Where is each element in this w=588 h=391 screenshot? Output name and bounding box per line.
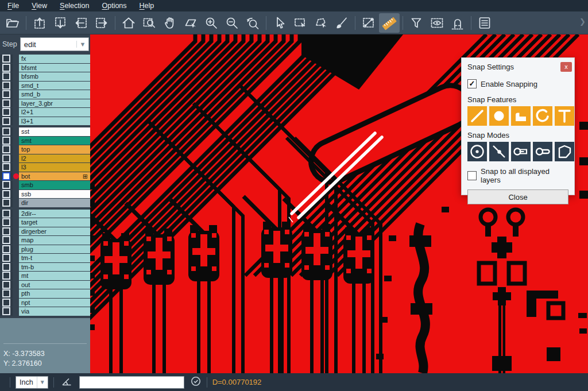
report-form-icon[interactable] — [474, 13, 495, 33]
layer-visibility-checkbox[interactable] — [2, 163, 10, 171]
pcb-canvas[interactable]: Snap Settings x ✓ Enable Snapping Snap F… — [90, 34, 588, 373]
layer-row-smd_t[interactable]: smd_t — [0, 82, 90, 90]
layer-row-ssb[interactable]: ssb — [0, 190, 90, 199]
layer-row-smb[interactable]: smb — [0, 181, 90, 189]
sync-check-icon[interactable] — [190, 375, 202, 389]
layer-row-bfsmt[interactable]: bfsmt — [0, 64, 90, 72]
layer-row-l2[interactable]: l2 — [0, 154, 90, 163]
layer-row-via[interactable]: via — [0, 307, 90, 316]
zoom-previous-icon[interactable] — [242, 13, 263, 33]
layer-row-sst[interactable]: sst — [0, 127, 90, 136]
layer-visibility-checkbox[interactable] — [2, 289, 10, 297]
layer-row-2dir--[interactable]: 2dir-- — [0, 210, 90, 218]
select-arrow-icon[interactable] — [269, 13, 290, 33]
layer-row-npt[interactable]: npt — [0, 299, 90, 307]
close-button[interactable]: Close — [467, 189, 568, 204]
angle-measure-icon[interactable] — [60, 375, 73, 390]
layer-visibility-checkbox[interactable] — [2, 154, 10, 162]
measure-line-icon[interactable] — [358, 13, 379, 33]
layer-row-smt[interactable]: smt — [0, 137, 90, 145]
snap-contour-button[interactable] — [555, 142, 574, 161]
snap-point-on-line-button[interactable] — [489, 142, 509, 161]
layer-row-bfsmb[interactable]: bfsmb — [0, 72, 90, 81]
pan-down-icon[interactable] — [50, 13, 71, 33]
zoom-in-icon[interactable] — [201, 13, 222, 33]
layer-row-layer_3.gbr[interactable]: layer_3.gbr — [0, 99, 90, 108]
deselect-brush-icon[interactable] — [331, 13, 352, 33]
layer-visibility-checkbox[interactable] — [2, 181, 10, 189]
snap-surface-button[interactable] — [511, 106, 531, 126]
layer-row-fx[interactable]: fx — [0, 55, 90, 63]
layer-row-map[interactable]: map — [0, 236, 90, 245]
layer-visibility-checkbox[interactable] — [2, 72, 10, 80]
layer-visibility-checkbox[interactable] — [2, 199, 10, 207]
layer-row-dir[interactable]: dir — [0, 199, 90, 207]
layer-row-smd_b[interactable]: smd_b — [0, 90, 90, 99]
layer-row-dirgerber[interactable]: dirgerber — [0, 227, 90, 236]
snap-arc-button[interactable] — [533, 106, 552, 126]
layer-row-top[interactable]: top — [0, 145, 90, 154]
layer-visibility-checkbox[interactable] — [2, 307, 10, 315]
layer-visibility-checkbox[interactable] — [2, 210, 10, 218]
layer-visibility-checkbox[interactable] — [2, 172, 10, 180]
layer-visibility-checkbox[interactable] — [2, 218, 10, 226]
layer-row-l3[interactable]: l3 — [0, 163, 90, 172]
close-icon[interactable]: x — [560, 62, 572, 72]
layer-visibility-checkbox[interactable] — [2, 227, 10, 235]
menu-item-view[interactable]: View — [25, 0, 53, 11]
layer-row-tm-b[interactable]: tm-b — [0, 263, 90, 272]
layer-visibility-checkbox[interactable] — [2, 55, 10, 63]
layer-visibility-checkbox[interactable] — [2, 245, 10, 253]
snap-center-button[interactable] — [467, 142, 487, 161]
pan-left-icon[interactable] — [71, 13, 91, 33]
select-rectangle-icon[interactable] — [290, 13, 311, 33]
pan-hand-icon[interactable] — [160, 13, 180, 33]
layer-visibility-checkbox[interactable] — [2, 145, 10, 153]
open-folder-icon[interactable] — [2, 13, 23, 33]
layer-visibility-checkbox[interactable] — [2, 99, 10, 107]
filter-funnel-icon[interactable] — [406, 13, 427, 33]
zoom-window-icon[interactable] — [139, 13, 160, 33]
layer-visibility-checkbox[interactable] — [2, 272, 10, 280]
enable-snapping-checkbox[interactable]: ✓ — [467, 79, 477, 88]
layer-visibility-checkbox[interactable] — [2, 108, 10, 116]
snap-line-end-button[interactable] — [511, 142, 531, 161]
layer-visibility-checkbox[interactable] — [2, 64, 10, 72]
snap-line-button[interactable] — [467, 106, 487, 126]
layer-row-l3+1[interactable]: l3+1 — [0, 117, 90, 126]
layer-visibility-checkbox[interactable] — [2, 263, 10, 271]
layer-row-bot[interactable]: bot⊞ — [0, 172, 90, 181]
menu-item-options[interactable]: Options — [95, 0, 133, 11]
unit-select[interactable]: Inch ▼ — [16, 376, 48, 389]
layer-visibility-checkbox[interactable] — [2, 90, 10, 98]
home-view-icon[interactable] — [118, 13, 139, 33]
measure-ruler-icon[interactable] — [379, 13, 400, 33]
layer-visibility-checkbox[interactable] — [2, 82, 10, 90]
layer-visibility-checkbox[interactable] — [2, 137, 10, 145]
layer-visibility-checkbox[interactable] — [2, 254, 10, 262]
toolbar-overflow-chevron-icon[interactable]: ❯ — [579, 17, 586, 26]
pan-right-icon[interactable] — [91, 13, 112, 33]
layer-row-l2+1[interactable]: l2+1 — [0, 108, 90, 117]
snap-text-button[interactable] — [555, 106, 574, 126]
menu-item-help[interactable]: Help — [133, 0, 161, 11]
pan-up-icon[interactable] — [29, 13, 50, 33]
zoom-out-icon[interactable] — [222, 13, 242, 33]
snap-pad-slot-button[interactable] — [533, 142, 552, 161]
layer-visibility-checkbox[interactable] — [2, 127, 10, 136]
layer-visibility-checkbox[interactable] — [2, 236, 10, 244]
layer-visibility-checkbox[interactable] — [2, 281, 10, 289]
layer-row-pth[interactable]: pth — [0, 289, 90, 298]
menu-item-file[interactable]: File — [1, 0, 25, 11]
coordinate-input[interactable] — [79, 376, 184, 389]
view-eye-icon[interactable] — [427, 13, 447, 33]
menu-item-selection[interactable]: Selection — [53, 0, 95, 11]
layer-row-target[interactable]: target — [0, 218, 90, 227]
layer-visibility-checkbox[interactable] — [2, 117, 10, 125]
layer-row-out[interactable]: out — [0, 281, 90, 289]
select-polygon-icon[interactable] — [311, 13, 331, 33]
zoom-polygon-icon[interactable] — [180, 13, 201, 33]
layer-row-tm-t[interactable]: tm-t — [0, 254, 90, 262]
grid-icon[interactable]: ⊞ — [83, 172, 88, 181]
snap-pad-button[interactable] — [489, 106, 509, 126]
